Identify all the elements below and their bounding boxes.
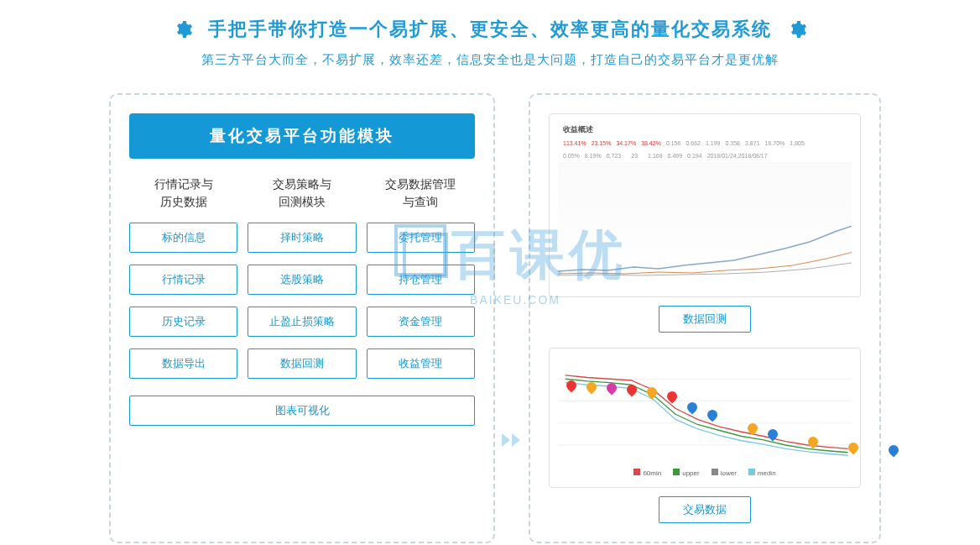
- column-head: 行情记录与历史数据: [129, 176, 237, 211]
- title-row: 手把手带你打造一个易扩展、更安全、效率更高的量化交易系统: [0, 17, 980, 42]
- module-column: 交易策略与回测模块择时策略选股策略止盈止损策略数据回测: [248, 176, 356, 390]
- header: 手把手带你打造一个易扩展、更安全、效率更高的量化交易系统 第三方平台大而全，不易…: [0, 0, 980, 68]
- column-head: 交易数据管理与查询: [367, 176, 475, 211]
- marker-pin: [887, 443, 901, 457]
- module-box: 历史记录: [129, 307, 237, 337]
- module-box: 收益管理: [367, 348, 475, 379]
- page-title: 手把手带你打造一个易扩展、更安全、效率更高的量化交易系统: [208, 17, 772, 42]
- column-head: 交易策略与回测模块: [248, 176, 356, 211]
- preview-panel: 收益概述 113.41%23.15%34.17%38.42%0.1560.662…: [529, 93, 881, 543]
- module-box: 数据导出: [129, 348, 237, 379]
- modules-banner: 量化交易平台功能模块: [129, 113, 475, 159]
- legend-item: 60min: [633, 469, 661, 477]
- module-box: 持仓管理: [367, 265, 475, 295]
- legend-item: lower: [712, 469, 737, 477]
- chart-card-backtest: 收益概述 113.41%23.15%34.17%38.42%0.1560.662…: [549, 113, 861, 333]
- page-subtitle: 第三方平台大而全，不易扩展，效率还差，信息安全也是大问题，打造自己的交易平台才是…: [0, 52, 980, 68]
- module-box: 数据回测: [248, 348, 356, 379]
- gear-icon: [787, 19, 807, 39]
- gear-icon: [173, 19, 193, 39]
- legend-item: medin: [748, 469, 776, 477]
- module-box: 委托管理: [367, 223, 475, 253]
- module-box: 标的信息: [129, 223, 237, 253]
- module-column: 行情记录与历史数据标的信息行情记录历史记录数据导出: [129, 176, 237, 390]
- trading-chart: 60minupperlowermedin: [558, 357, 852, 479]
- arrow-icon: [502, 433, 520, 447]
- module-box: 行情记录: [129, 265, 237, 295]
- module-box: 资金管理: [367, 307, 475, 337]
- module-box: 择时策略: [248, 223, 356, 253]
- modules-panel: 量化交易平台功能模块 行情记录与历史数据标的信息行情记录历史记录数据导出交易策略…: [109, 93, 495, 543]
- trading-label-button[interactable]: 交易数据: [659, 496, 751, 523]
- backtest-label-button[interactable]: 数据回测: [659, 306, 751, 333]
- chart1-title: 收益概述: [558, 123, 852, 137]
- legend-item: upper: [673, 469, 699, 477]
- chart1-stats-row: 113.41%23.15%34.17%38.42%0.1560.6621.199…: [558, 137, 852, 149]
- module-box: 止盈止损策略: [248, 307, 356, 337]
- module-column: 交易数据管理与查询委托管理持仓管理资金管理收益管理: [367, 176, 475, 390]
- backtest-chart: [558, 162, 852, 288]
- chart-card-trading: 60minupperlowermedin 交易数据: [549, 348, 861, 523]
- module-box-visualization: 图表可视化: [129, 396, 475, 426]
- chart1-stats-row: 0.05%8.19%0.723231.1680.4990.1942018/01/…: [558, 149, 852, 162]
- module-box: 选股策略: [248, 265, 356, 295]
